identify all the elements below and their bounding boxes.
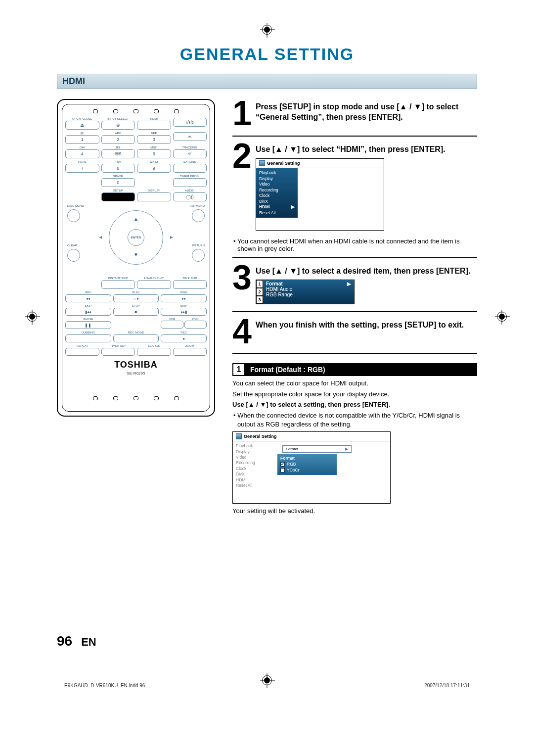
input-select-button: ⊕ xyxy=(101,121,135,130)
checkbox-checked-icon xyxy=(280,462,285,467)
menu-icon xyxy=(259,160,265,166)
print-footer: E9KGAUD_D-VR610KU_EN.indd 96 2007/12/18 … xyxy=(64,683,470,688)
dpad-right-icon: ▶ xyxy=(170,235,173,239)
dpad-left-icon: ◀ xyxy=(99,235,102,239)
section-heading-hdmi: HDMI xyxy=(57,74,477,89)
setting-1-instruction: Use [▲ / ▼] to select a setting, then pr… xyxy=(232,400,477,409)
remote-control-diagram: OPEN/ CLOSE⏏ INPUT SELECT⊕ HDMI I/⏻ .@/:… xyxy=(57,99,215,417)
registration-mark-icon xyxy=(262,25,272,35)
power-button: I/⏻ xyxy=(173,118,207,127)
enter-button: ENTER xyxy=(128,229,144,246)
checkbox-unchecked-icon xyxy=(280,468,285,472)
rec-button: ● xyxy=(161,334,207,342)
step-4: 4 When you finish with the setting, pres… xyxy=(232,317,477,347)
dpad-up-icon: ▲ xyxy=(134,216,138,222)
stop-button: ■ xyxy=(113,308,159,316)
channel-up-button: ⩕ xyxy=(173,132,207,141)
setting-1-note: • When the connected device is not compa… xyxy=(232,411,477,428)
step-2: 2 Use [▲ / ▼] to select “HDMI”, then pre… xyxy=(232,142,477,231)
open-close-button: ⏏ xyxy=(65,121,99,130)
channel-down-button: ⩔ xyxy=(173,149,207,158)
dpad-down-icon: ▼ xyxy=(134,252,138,257)
audio-button: ◯)) xyxy=(173,192,207,201)
chevron-right-icon: ▶ xyxy=(291,204,295,210)
model-number: SE-R0295 xyxy=(65,371,207,376)
step-3: 3 Use [▲ / ▼] to select a desired item, … xyxy=(232,263,477,304)
rev-button: ◂◂ xyxy=(65,294,111,302)
dpad: DISC MENU TOP MENU CLEAR RETURN ▲ ▼ ◀ ▶ … xyxy=(65,204,207,274)
hdmi-submenu: 123 Format▶ HDMI Audio RGB Range xyxy=(256,280,355,304)
satlink-button xyxy=(173,164,207,173)
page-footer: 96EN xyxy=(57,633,96,649)
skip-fwd-button: ▸▸▮ xyxy=(161,308,207,316)
format-setting-menu: General Setting Playback Display Video R… xyxy=(232,431,391,504)
skip-back-button: ▮◂◂ xyxy=(65,308,111,316)
hdmi-button xyxy=(137,121,171,130)
brand-logo: TOSHIBA xyxy=(65,360,207,370)
setting-1-result: Your setting will be activated. xyxy=(232,507,477,516)
chevron-right-icon: ▶ xyxy=(347,281,351,286)
play-button: ○ ▸ xyxy=(113,294,159,302)
setting-1-desc-2: Set the appropriate color space for your… xyxy=(232,390,477,399)
page-title: GENERAL SETTING xyxy=(57,45,477,64)
registration-mark-icon xyxy=(27,312,37,322)
step-1: 1 Press [SETUP] in stop mode and use [▲ … xyxy=(232,99,477,129)
chevron-right-icon: ▶ xyxy=(345,447,348,451)
fwd-button: ▸▸ xyxy=(161,294,207,302)
setting-1-desc-1: You can select the color space for HDMI … xyxy=(232,379,477,388)
step-2-note: • You cannot select HDMI when an HDMI ca… xyxy=(232,237,477,252)
general-setting-menu: General Setting Playback Display Video R… xyxy=(256,158,384,231)
setting-1-header: 1 Format (Default : RGB) xyxy=(232,363,477,376)
timer-prog-button xyxy=(173,178,207,187)
menu-icon xyxy=(236,433,242,439)
registration-mark-icon xyxy=(497,312,507,322)
pause-button: ❚❚ xyxy=(65,321,111,329)
setup-button xyxy=(101,192,135,201)
display-button xyxy=(137,192,171,201)
